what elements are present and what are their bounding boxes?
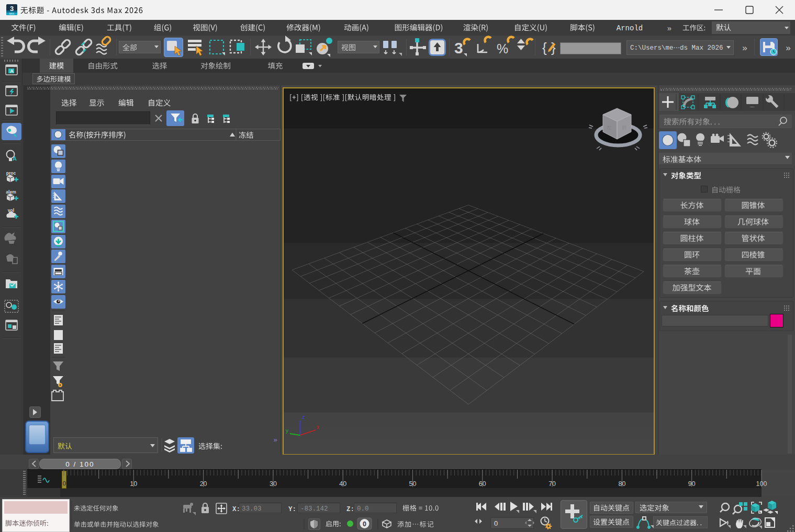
svg-text:A: A	[10, 69, 14, 74]
svg-text:C:\Users\me⋯ds Max 2026: C:\Users\me⋯ds Max 2026	[630, 44, 723, 52]
svg-text:80: 80	[618, 480, 625, 488]
svg-text:A: A	[13, 155, 17, 162]
svg-text:60: 60	[479, 480, 486, 488]
svg-text:0 / 100: 0 / 100	[65, 460, 94, 468]
svg-text:50: 50	[409, 480, 417, 488]
svg-text:{: {	[542, 40, 547, 55]
svg-text:10: 10	[130, 480, 137, 488]
svg-text:x: x	[317, 424, 319, 430]
svg-text:3: 3	[454, 39, 463, 56]
svg-text:30: 30	[270, 480, 277, 488]
svg-text:0: 0	[63, 480, 66, 486]
svg-text:y: y	[286, 428, 288, 434]
svg-text:»: »	[273, 436, 277, 444]
svg-text:20: 20	[200, 480, 207, 488]
svg-text:z: z	[302, 414, 305, 420]
svg-text:Z:: Z:	[346, 506, 354, 513]
svg-text:MAX: MAX	[9, 13, 15, 15]
svg-text:40: 40	[339, 480, 346, 488]
svg-text:»: »	[742, 43, 747, 53]
svg-text:-83.142: -83.142	[300, 505, 328, 513]
svg-text:»: »	[667, 24, 671, 32]
svg-text:%: %	[497, 41, 508, 56]
svg-text:proc: proc	[6, 171, 16, 176]
svg-text:»: »	[786, 43, 790, 53]
svg-text:70: 70	[548, 480, 556, 488]
svg-text:0: 0	[494, 519, 498, 527]
svg-text:Arnold: Arnold	[617, 24, 643, 32]
svg-text:0: 0	[363, 520, 366, 528]
svg-text:Y:: Y:	[288, 506, 296, 513]
svg-text:X:: X:	[232, 506, 240, 513]
svg-text:90: 90	[688, 480, 696, 488]
svg-text:3: 3	[10, 5, 14, 13]
svg-text:100: 100	[756, 480, 767, 488]
svg-text:33.03: 33.03	[242, 505, 262, 513]
svg-text:0.0: 0.0	[357, 505, 369, 513]
svg-text:alem: alem	[6, 189, 16, 195]
